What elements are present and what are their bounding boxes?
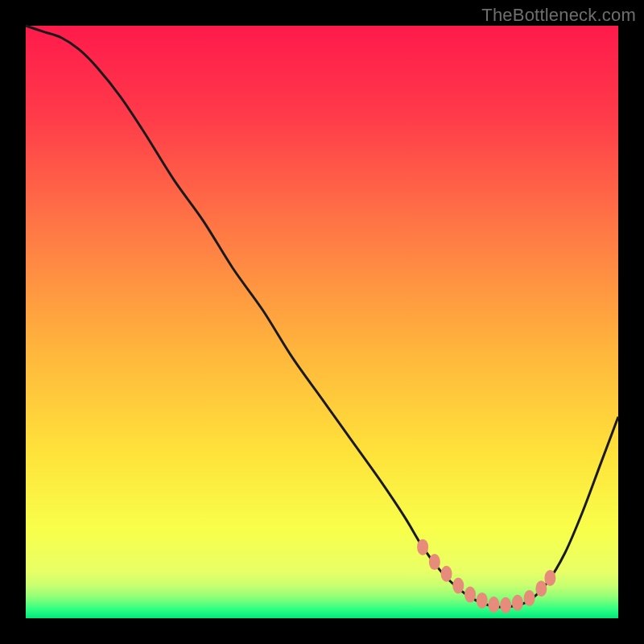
marker-dot — [500, 597, 511, 613]
marker-dot — [464, 587, 476, 603]
watermark-text: TheBottleneck.com — [481, 5, 636, 26]
marker-dot — [488, 597, 499, 613]
gradient-background — [26, 26, 618, 618]
marker-dot — [429, 554, 440, 570]
chart-stage: TheBottleneck.com — [0, 0, 644, 644]
marker-dot — [524, 590, 535, 606]
bottleneck-chart — [0, 0, 644, 644]
marker-dot — [512, 595, 523, 611]
marker-dot — [452, 578, 464, 594]
marker-dot — [417, 539, 428, 555]
marker-dot — [441, 566, 452, 582]
marker-dot — [477, 592, 488, 609]
marker-dot — [535, 580, 547, 597]
marker-dot — [544, 570, 555, 586]
